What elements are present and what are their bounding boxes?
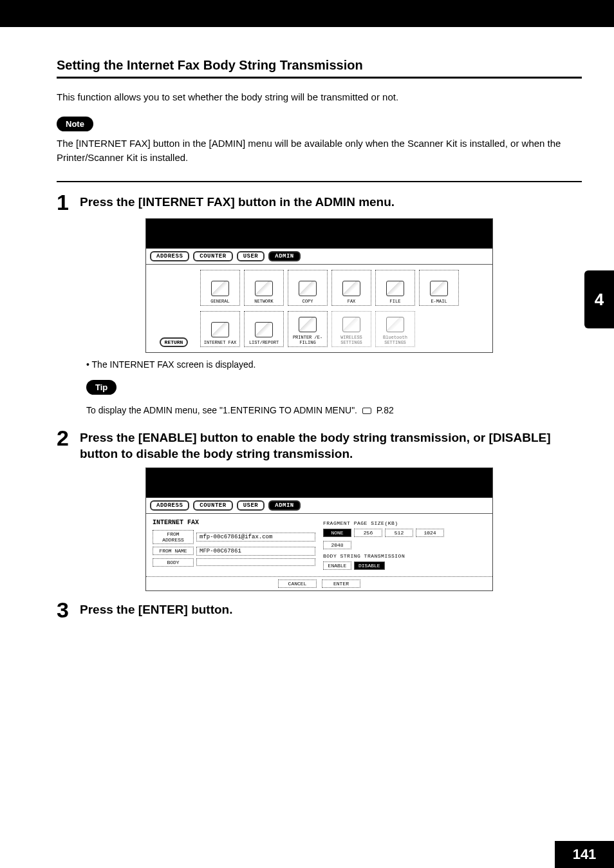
copy-icon	[299, 281, 317, 296]
ifax-screen-title: INTERNET FAX	[153, 519, 315, 526]
from-address-label[interactable]: FROM ADDRESS	[153, 530, 194, 544]
tab-address-2[interactable]: ADDRESS	[150, 500, 189, 511]
network-button[interactable]: NETWORK	[244, 270, 284, 306]
step-3-text: Press the [ENTER] button.	[80, 599, 233, 618]
network-icon	[255, 281, 273, 296]
general-icon	[211, 281, 229, 296]
step-2-text: Press the [ENABLE] button to enable the …	[80, 427, 582, 462]
page-number: 141	[555, 841, 614, 868]
enable-button[interactable]: ENABLE	[323, 561, 351, 570]
tab-admin-2[interactable]: ADMIN	[268, 500, 301, 511]
frag-256-button[interactable]: 256	[354, 529, 382, 537]
bluetooth-icon	[386, 317, 404, 332]
disable-button[interactable]: DISABLE	[354, 561, 385, 570]
section-title: Setting the Internet Fax Body String Tra…	[57, 58, 582, 73]
tab-counter[interactable]: COUNTER	[193, 251, 232, 261]
note-pill: Note	[57, 117, 93, 131]
copy-button[interactable]: COPY	[288, 270, 328, 306]
internet-fax-icon	[211, 322, 229, 337]
frag-none-button[interactable]: NONE	[323, 529, 351, 537]
tab-address[interactable]: ADDRESS	[150, 251, 189, 261]
fragment-label: FRAGMENT PAGE SIZE(KB)	[323, 520, 486, 526]
email-button[interactable]: E-MAIL	[419, 270, 459, 306]
internet-fax-button[interactable]: INTERNET FAX	[200, 311, 240, 347]
bluetooth-settings-button[interactable]: Bluetooth SETTINGS	[375, 311, 415, 347]
from-address-field[interactable]: mfp-00c67861@ifax.com	[196, 533, 315, 542]
step-1-bullet: • The INTERNET FAX screen is displayed.	[86, 359, 582, 370]
intro-text: This function allows you to set whether …	[57, 90, 582, 105]
body-transmission-label: BODY STRING TRANSMISSION	[323, 553, 486, 559]
file-button[interactable]: FILE	[375, 270, 415, 306]
title-divider	[57, 77, 582, 79]
frag-1024-button[interactable]: 1024	[416, 529, 444, 537]
note-text: The [INTERNET FAX] button in the [ADMIN]…	[57, 137, 582, 165]
tip-text: To display the ADMIN menu, see "1.ENTERI…	[86, 405, 582, 415]
body-field[interactable]	[196, 558, 315, 566]
screenshot-internet-fax: ADDRESS COUNTER USER ADMIN INTERNET FAX …	[145, 467, 493, 591]
tab-user[interactable]: USER	[237, 251, 265, 261]
fax-button[interactable]: FAX	[331, 270, 371, 306]
tip-pill: Tip	[86, 380, 116, 395]
general-button[interactable]: GENERAL	[200, 270, 240, 306]
frag-2048-button[interactable]: 2048	[323, 541, 351, 549]
enter-button[interactable]: ENTER	[322, 580, 360, 588]
section-divider	[57, 181, 582, 182]
tab-counter-2[interactable]: COUNTER	[193, 500, 232, 511]
frag-512-button[interactable]: 512	[385, 529, 413, 537]
body-label[interactable]: BODY	[153, 558, 194, 567]
book-icon	[362, 408, 371, 414]
fax-icon	[342, 281, 360, 296]
cancel-button[interactable]: CANCEL	[278, 580, 317, 588]
return-button[interactable]: RETURN	[160, 337, 189, 347]
list-report-button[interactable]: LIST/REPORT	[244, 311, 284, 347]
wireless-settings-button[interactable]: WIRELESS SETTINGS	[331, 311, 371, 347]
tab-user-2[interactable]: USER	[237, 500, 265, 511]
wireless-icon	[342, 317, 360, 332]
from-name-label[interactable]: FROM NAME	[153, 547, 194, 555]
step-2-number: 2	[57, 427, 72, 449]
step-1-text: Press the [INTERNET FAX] button in the A…	[80, 191, 395, 211]
list-report-icon	[255, 322, 273, 337]
screenshot-admin-menu: ADDRESS COUNTER USER ADMIN RETURN GENERA…	[145, 218, 493, 353]
from-name-field[interactable]: MFP-00C67861	[196, 547, 315, 556]
file-icon	[386, 281, 404, 296]
email-icon	[430, 281, 448, 296]
step-1-number: 1	[57, 191, 72, 213]
tab-admin[interactable]: ADMIN	[268, 251, 301, 261]
step-3-number: 3	[57, 599, 72, 621]
printer-efiling-button[interactable]: PRINTER /E-FILING	[288, 311, 328, 347]
printer-icon	[299, 317, 317, 332]
chapter-tab: 4	[584, 270, 614, 328]
